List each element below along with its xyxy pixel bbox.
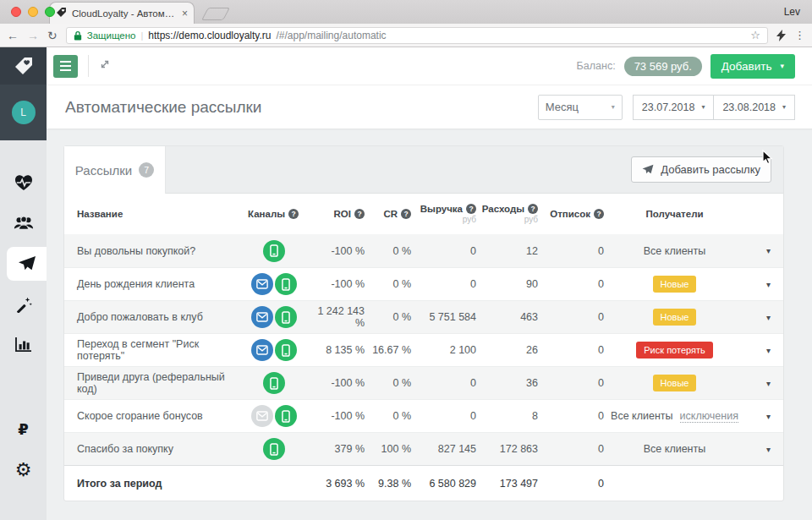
sidebar-item-payments[interactable]: ₽ xyxy=(0,413,47,446)
avatar[interactable]: L xyxy=(12,101,36,124)
sidebar-item-loyalty-health[interactable] xyxy=(0,166,47,200)
costs-value: 463 xyxy=(476,311,538,323)
row-expand-caret[interactable]: ▾ xyxy=(745,379,771,388)
table-row[interactable]: Добро пожаловать в клуб1 242 143 %0 %5 7… xyxy=(64,300,783,333)
sms-channel-icon xyxy=(275,405,297,427)
col-header-recipients: Получатели xyxy=(604,209,745,219)
table-row[interactable]: Скорое сгорание бонусов-100 %0 %080Все к… xyxy=(64,399,783,432)
bookmark-star-icon[interactable]: ☆ xyxy=(750,29,760,41)
revenue-value: 0 xyxy=(411,377,476,389)
table-row[interactable]: Приведи друга (реферальный код)-100 %0 %… xyxy=(64,366,783,399)
sidebar: L ₽ ⚙ xyxy=(0,47,47,520)
roi-value: -100 % xyxy=(310,278,365,290)
expand-icon[interactable] xyxy=(99,58,111,74)
costs-value: 90 xyxy=(476,278,538,290)
sidebar-item-customers[interactable] xyxy=(0,206,47,240)
sidebar-item-mailings[interactable] xyxy=(7,247,47,281)
new-tab-button[interactable] xyxy=(201,8,230,20)
table-row[interactable]: Вы довольны покупкой?-100 %0 %0120Все кл… xyxy=(64,234,783,267)
address-bar[interactable]: Защищено | https://demo.cloudloyalty.ru … xyxy=(66,27,768,44)
sms-channel-icon xyxy=(275,339,297,361)
security-label: Защищено xyxy=(87,30,136,41)
add-mailing-label: Добавить рассылку xyxy=(661,163,760,176)
recipients-exceptions-link[interactable]: исключения xyxy=(680,410,738,423)
mailings-card: Рассылки 7 Добавить рассылку Название Ка… xyxy=(63,145,784,501)
tab-mailings[interactable]: Рассылки 7 xyxy=(64,146,166,194)
channels-cell xyxy=(238,306,310,328)
help-icon[interactable]: ? xyxy=(594,209,604,219)
mailing-name: Вы довольны покупкой? xyxy=(77,245,238,257)
table-row[interactable]: День рождения клиента-100 %0 %0900Новые▾ xyxy=(64,267,783,300)
sidebar-item-reports[interactable] xyxy=(0,328,47,362)
col-header-unsubscribed: Отписок? xyxy=(538,209,604,219)
add-mailing-button[interactable]: Добавить рассылку xyxy=(631,156,771,183)
phone-icon xyxy=(281,311,291,324)
recipients-cell: Новые xyxy=(604,309,745,326)
help-icon[interactable]: ? xyxy=(288,209,299,219)
currency-sublabel: руб xyxy=(524,215,538,224)
browser-tab-bar: CloudLoyalty - Автоматические рассылки ×… xyxy=(0,0,812,24)
recipients-cell: Риск потерять xyxy=(604,342,745,359)
tabs-row: Рассылки 7 Добавить рассылку xyxy=(64,146,783,194)
user-avatar-block[interactable]: L xyxy=(0,85,47,140)
email-channel-icon xyxy=(251,273,273,295)
back-icon[interactable]: ← xyxy=(7,30,19,41)
add-funds-button[interactable]: Добавить ▾ xyxy=(710,54,795,79)
table-row[interactable]: Переход в сегмент "Риск потерять"8 135 %… xyxy=(64,333,783,366)
period-select[interactable]: Месяц ▾ xyxy=(538,95,623,120)
sms-channel-icon xyxy=(275,273,297,295)
cr-value: 0 % xyxy=(365,311,411,323)
tab-close-icon[interactable]: × xyxy=(182,8,188,19)
mailing-name: Приведи друга (реферальный код) xyxy=(77,371,238,395)
sidebar-item-automation[interactable] xyxy=(0,287,47,321)
help-icon[interactable]: ? xyxy=(528,204,538,214)
window-close-button[interactable] xyxy=(11,7,21,17)
email-channel-icon xyxy=(251,339,273,361)
browser-profile-name[interactable]: Lev xyxy=(784,6,800,18)
help-icon[interactable]: ? xyxy=(354,209,365,219)
channels-cell xyxy=(238,273,310,295)
sidebar-item-settings[interactable]: ⚙ xyxy=(0,453,47,487)
help-icon[interactable]: ? xyxy=(401,209,411,219)
balance-value[interactable]: 73 569 руб. xyxy=(624,57,702,76)
forward-icon[interactable]: → xyxy=(27,30,39,41)
costs-value: 26 xyxy=(476,344,538,356)
window-minimize-button[interactable] xyxy=(28,7,38,17)
table-row[interactable]: Спасибо за покупку379 %100 %827 145172 8… xyxy=(64,432,783,465)
period-select-value: Месяц xyxy=(546,101,579,113)
browser-menu-icon[interactable]: ⋮ xyxy=(794,29,805,41)
phone-icon xyxy=(281,344,291,357)
window-zoom-button[interactable] xyxy=(45,7,55,17)
chevron-down-icon: ▾ xyxy=(780,62,784,70)
reload-icon[interactable]: ↻ xyxy=(47,30,58,41)
help-icon[interactable]: ? xyxy=(466,204,476,214)
window-controls xyxy=(11,7,55,17)
app-logo[interactable] xyxy=(0,47,47,85)
recipients-cell: Все клиенты xyxy=(604,443,745,455)
row-expand-caret[interactable]: ▾ xyxy=(745,280,771,289)
total-roi: 3 693 % xyxy=(310,478,365,490)
mailing-name: День рождения клиента xyxy=(77,278,238,290)
chevron-down-icon: ▾ xyxy=(701,103,705,111)
row-expand-caret[interactable]: ▾ xyxy=(745,412,771,421)
costs-value: 172 863 xyxy=(476,443,538,455)
sms-channel-icon xyxy=(263,372,285,394)
paper-plane-icon xyxy=(642,164,654,175)
row-expand-caret[interactable]: ▾ xyxy=(745,346,771,355)
date-from-button[interactable]: 23.07.2018 ▾ xyxy=(633,95,715,120)
row-expand-caret[interactable]: ▾ xyxy=(745,313,771,322)
recipients-cell: Новые xyxy=(604,276,745,293)
recipients-text: Все клиенты xyxy=(644,245,705,257)
recipients-badge: Новые xyxy=(653,375,697,391)
total-revenue: 6 580 829 xyxy=(411,478,476,490)
channels-cell xyxy=(238,372,310,394)
row-expand-caret[interactable]: ▾ xyxy=(745,246,771,255)
date-to-button[interactable]: 23.08.2018 ▾ xyxy=(714,95,795,120)
extension-lightning-icon[interactable] xyxy=(776,30,786,41)
toolbar-divider xyxy=(88,55,89,77)
menu-hamburger-button[interactable] xyxy=(53,55,78,78)
tab-mailings-label: Рассылки xyxy=(75,163,132,178)
browser-tab[interactable]: CloudLoyalty - Автоматические рассылки × xyxy=(49,2,195,24)
row-expand-caret[interactable]: ▾ xyxy=(745,445,771,454)
revenue-value: 0 xyxy=(411,278,476,290)
